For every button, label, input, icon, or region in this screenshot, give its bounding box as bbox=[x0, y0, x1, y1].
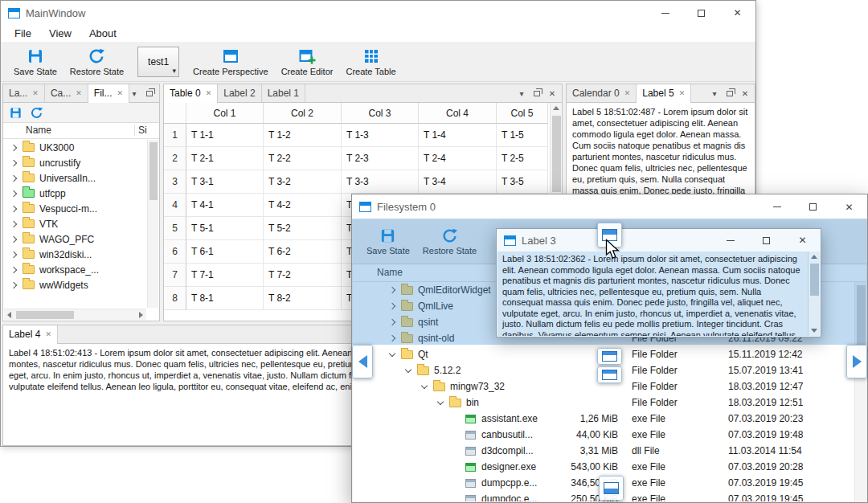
table-cell[interactable]: T 3-2 bbox=[264, 170, 342, 194]
chevron-right-icon[interactable] bbox=[389, 287, 395, 293]
main-titlebar[interactable]: MainWindow ✕ bbox=[1, 1, 755, 25]
scrollbar-thumb[interactable] bbox=[149, 142, 158, 200]
undock-button[interactable] bbox=[725, 91, 735, 96]
row-header[interactable]: 8 bbox=[164, 287, 186, 310]
chevron-right-icon[interactable] bbox=[10, 174, 17, 181]
table-cell[interactable]: T 8-2 bbox=[264, 287, 342, 310]
chevron-right-icon[interactable] bbox=[10, 281, 17, 288]
drop-indicator-bottom[interactable] bbox=[599, 476, 624, 501]
vertical-scrollbar[interactable] bbox=[854, 282, 866, 501]
tab-label-4[interactable]: Label 4 ✕ bbox=[3, 325, 58, 343]
perspective-combo[interactable]: test1 ▾ bbox=[137, 47, 179, 77]
close-tab-icon[interactable]: ✕ bbox=[45, 330, 51, 338]
tab-calendar[interactable]: Ca... ✕ bbox=[45, 84, 88, 102]
scrollbar-thumb[interactable] bbox=[552, 116, 561, 192]
drop-indicator-left[interactable] bbox=[352, 345, 373, 378]
table-cell[interactable]: T 7-1 bbox=[186, 264, 264, 287]
drop-indicator-center[interactable] bbox=[597, 366, 622, 383]
table-cell[interactable]: T 6-1 bbox=[186, 240, 264, 264]
fs-tree-item[interactable]: binFile Folder18.03.2019 12:51 bbox=[353, 395, 854, 411]
undock-button[interactable] bbox=[145, 91, 154, 96]
chevron-right-icon[interactable] bbox=[389, 303, 395, 309]
tree-item[interactable]: UniversalIn... bbox=[3, 170, 147, 186]
restore-state-button[interactable]: Restore State bbox=[63, 46, 130, 78]
chevron-right-icon[interactable] bbox=[10, 205, 17, 211]
row-header[interactable]: 3 bbox=[164, 170, 186, 194]
table-cell[interactable]: T 2-5 bbox=[497, 147, 548, 170]
tab-filesystem[interactable]: Fil... ✕ bbox=[88, 84, 129, 102]
chevron-right-icon[interactable] bbox=[10, 235, 17, 242]
tree-item[interactable]: win32diski... bbox=[3, 247, 147, 262]
tree-item[interactable]: UK3000 bbox=[3, 140, 147, 155]
column-header-name[interactable]: Name bbox=[377, 267, 403, 278]
chevron-right-icon[interactable] bbox=[10, 266, 17, 272]
minimize-button[interactable] bbox=[712, 229, 748, 251]
row-header[interactable]: 2 bbox=[164, 147, 186, 170]
panel-save-state-icon[interactable] bbox=[9, 106, 23, 120]
table-cell[interactable]: T 3-3 bbox=[342, 170, 419, 194]
table-cell[interactable]: T 4-1 bbox=[186, 194, 264, 217]
table-cell[interactable]: T 3-1 bbox=[186, 170, 264, 194]
maximize-button[interactable] bbox=[683, 1, 719, 25]
scroll-right-icon[interactable] bbox=[139, 312, 143, 318]
column-header-size[interactable]: Size bbox=[134, 125, 147, 136]
scroll-up-icon[interactable] bbox=[553, 106, 559, 110]
menu-about[interactable]: About bbox=[80, 25, 125, 42]
table-cell[interactable]: T 1-2 bbox=[264, 124, 342, 147]
tree-item[interactable]: uncrustify bbox=[3, 155, 147, 170]
create-editor-button[interactable]: Create Editor bbox=[275, 46, 340, 78]
chevron-down-icon[interactable] bbox=[389, 350, 395, 356]
chevron-down-icon[interactable] bbox=[437, 398, 444, 404]
chevron-right-icon[interactable] bbox=[389, 319, 395, 325]
close-tab-icon[interactable]: ✕ bbox=[32, 89, 39, 97]
chevron-down-icon[interactable] bbox=[421, 382, 428, 388]
close-panel-button[interactable]: ✕ bbox=[547, 89, 557, 98]
tab-label-0[interactable]: La... ✕ bbox=[3, 84, 45, 102]
column-header-name[interactable]: Name bbox=[26, 125, 51, 136]
tree-item[interactable]: VTK bbox=[3, 216, 147, 231]
chevron-right-icon[interactable] bbox=[10, 159, 17, 166]
minimize-button[interactable] bbox=[647, 1, 683, 25]
tab-label-1[interactable]: Label 1 bbox=[262, 84, 305, 102]
tree-item[interactable]: WAGO_PFC bbox=[3, 231, 147, 247]
minimize-button[interactable] bbox=[759, 194, 795, 219]
close-tab-icon[interactable]: ✕ bbox=[117, 89, 123, 97]
scrollbar-thumb[interactable] bbox=[16, 311, 74, 319]
table-cell[interactable]: T 2-2 bbox=[264, 147, 342, 170]
fs-tree-item[interactable]: canbusutil...44,00 KiBexe File07.03.2019… bbox=[353, 427, 854, 443]
close-tab-icon[interactable]: ✕ bbox=[76, 89, 82, 97]
scrollbar-thumb[interactable] bbox=[810, 264, 819, 296]
chevron-right-icon[interactable] bbox=[10, 190, 17, 196]
row-header[interactable]: 5 bbox=[164, 217, 186, 240]
tree-item[interactable]: wwWidgets bbox=[3, 277, 147, 292]
fs-tree-item[interactable]: designer.exe543,00 KiBexe File07.03.2019… bbox=[353, 459, 854, 475]
undock-button[interactable] bbox=[532, 91, 542, 96]
fs-tree-item[interactable]: assistant.exe1,26 MiBexe File07.03.2019 … bbox=[353, 411, 854, 427]
label3-titlebar[interactable]: Label 3 ✕ bbox=[497, 229, 821, 251]
tabs-menu-button[interactable]: ▾ bbox=[517, 89, 526, 98]
horizontal-scrollbar[interactable] bbox=[4, 309, 146, 320]
close-button[interactable]: ✕ bbox=[719, 1, 755, 25]
tab-label-5[interactable]: Label 5 ✕ bbox=[637, 84, 691, 102]
close-button[interactable]: ✕ bbox=[784, 229, 821, 251]
drop-indicator-center-top[interactable] bbox=[597, 348, 622, 365]
close-tab-icon[interactable]: ✕ bbox=[206, 89, 212, 97]
table-cell[interactable]: T 4-2 bbox=[264, 194, 342, 217]
chevron-right-icon[interactable] bbox=[389, 335, 395, 341]
column-header[interactable]: Col 1 bbox=[186, 103, 264, 124]
column-header[interactable]: Col 2 bbox=[264, 103, 342, 124]
table-cell[interactable]: T 2-1 bbox=[186, 147, 264, 170]
row-header[interactable]: 7 bbox=[164, 264, 186, 287]
tabs-menu-button[interactable]: ▾ bbox=[710, 89, 719, 98]
drop-indicator-right[interactable] bbox=[846, 345, 867, 378]
table-cell[interactable]: T 1-1 bbox=[186, 124, 264, 147]
menu-file[interactable]: File bbox=[6, 25, 40, 42]
table-cell[interactable]: T 3-5 bbox=[497, 170, 548, 194]
column-header[interactable]: Col 3 bbox=[342, 103, 419, 124]
close-button[interactable]: ✕ bbox=[831, 194, 867, 219]
table-cell[interactable]: T 1-3 bbox=[342, 124, 419, 147]
close-tab-icon[interactable]: ✕ bbox=[624, 89, 631, 97]
vertical-scrollbar[interactable] bbox=[808, 251, 820, 336]
scroll-down-icon[interactable] bbox=[811, 329, 817, 333]
tree-item[interactable]: Vespucci-m... bbox=[3, 201, 147, 216]
